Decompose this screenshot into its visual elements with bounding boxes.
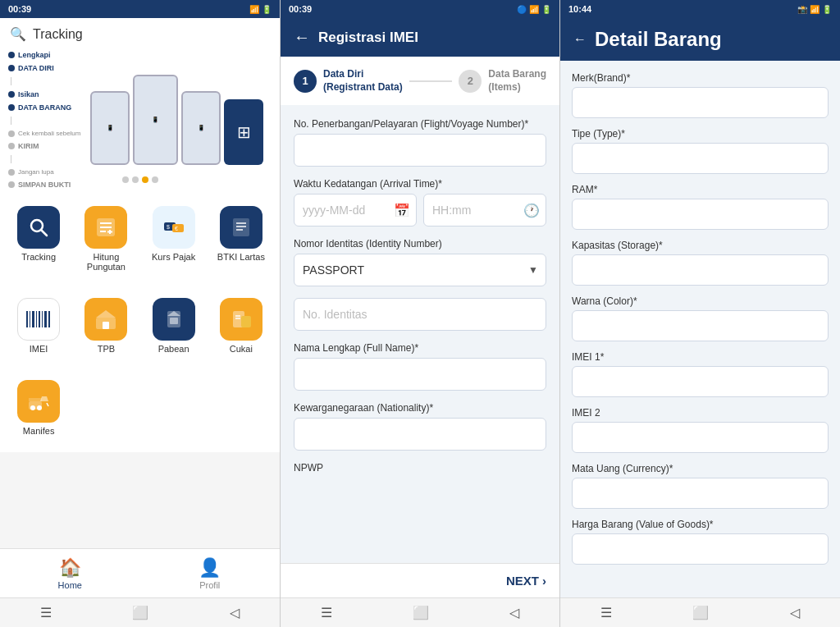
menu-btki-label: BTKI Lartas [217,252,265,262]
step-1: Lengkapi [8,51,90,59]
status-bar-3: 10:44 📸 📶 🔋 [560,0,840,18]
svg-rect-12 [233,218,249,236]
back-arrow-2[interactable]: ← [294,28,310,47]
menu-cukai[interactable]: Cukai [209,291,273,360]
brand-label: Merk(Brand)* [572,72,829,84]
sys-nav-3: ☰ ⬜ ◁ [560,597,840,627]
price-label: Harga Barang (Value of Goods)* [572,519,829,530]
menu-pabean[interactable]: Pabean [142,291,206,360]
storage-input[interactable] [572,254,829,286]
field-brand: Merk(Brand)* [572,72,829,118]
back-button[interactable]: ◁ [230,605,240,620]
back-button-2[interactable]: ◁ [509,605,519,620]
panel-detail-barang: 10:44 📸 📶 🔋 ← Detail Barang Merk(Brand)*… [559,0,840,627]
form-group-arrival: Waktu Kedatangan (Arrival Time)* 📅 🕐 [294,178,546,227]
menu-manifes-label: Manifes [23,426,55,436]
svg-rect-26 [103,322,109,329]
step-2-circle: 2 [459,70,482,93]
imei1-input[interactable] [572,366,829,397]
menu-kurs-label: Kurs Pajak [152,252,195,262]
step-1-line1: Data Diri [323,68,403,81]
identity-number-input[interactable] [294,298,546,331]
panel2-header: ← Registrasi IMEI [281,18,559,57]
manifes-icon [17,380,60,423]
home-button-3[interactable]: ⬜ [692,605,709,620]
imei2-input[interactable] [572,422,829,453]
imei1-label: IMEI 1* [572,351,829,363]
tpb-icon [84,298,127,341]
step-1-line2: (Registrant Data) [323,81,403,94]
sys-nav-1: ☰ ⬜ ◁ [0,597,280,627]
nav-profil[interactable]: 👤 Profil [140,549,281,597]
type-input[interactable] [572,143,829,174]
currency-label: Mata Uang (Currency)* [572,463,829,474]
flight-input[interactable] [294,134,546,167]
menu-tracking-label: Tracking [21,252,56,262]
price-input[interactable] [572,533,829,565]
svg-line-1 [41,230,47,236]
menu-imei-label: IMEI [30,344,48,354]
identity-label: Nomor Identitas (Identity Number) [294,238,546,249]
ram-input[interactable] [572,199,829,230]
next-row: NEXT › [281,563,559,597]
svg-rect-20 [39,311,40,327]
back-arrow-3[interactable]: ← [573,32,587,47]
svg-point-35 [30,405,35,410]
svg-rect-23 [48,311,50,327]
svg-marker-25 [96,310,116,318]
home-button[interactable]: ⬜ [132,605,148,620]
form-group-nationality: Kewarganegaraan (Nationality)* [294,402,546,451]
field-type: Tipe (Type)* [572,128,829,174]
brand-input[interactable] [572,87,829,118]
menu-kurs[interactable]: $ € Kurs Pajak [142,199,206,278]
type-label: Tipe (Type)* [572,128,829,140]
panel3-header: ← Detail Barang [560,18,840,61]
bottom-nav: 🏠 Home 👤 Profil [0,548,280,597]
npwp-label: NPWP [294,462,546,474]
menu-tpb[interactable]: TPB [74,291,138,360]
color-input[interactable] [572,310,829,341]
time-2: 00:39 [289,4,312,14]
nav-profil-label: Profil [199,580,220,590]
nationality-input[interactable] [294,418,546,451]
home-button-2[interactable]: ⬜ [413,605,429,620]
menu-imei[interactable]: IMEI [7,291,71,360]
menu-manifes[interactable]: Manifes [7,373,71,442]
form-group-identity: Nomor Identitas (Identity Number) PASSPO… [294,238,546,286]
menu-tracking[interactable]: Tracking [7,199,71,278]
menu-button-2[interactable]: ☰ [321,605,332,620]
identity-type-select[interactable]: PASSPORT KTP [294,254,546,286]
field-color: Warna (Color)* [572,295,829,341]
menu-hitung[interactable]: Hitung Pungutan [74,199,138,278]
status-icons-3: 📸 📶 🔋 [797,5,832,14]
detail-content: Merk(Brand)* Tipe (Type)* RAM* Kapasitas… [560,61,840,597]
clock-icon[interactable]: 🕐 [523,203,540,218]
time-1: 00:39 [8,4,31,14]
color-label: Warna (Color)* [572,295,829,307]
status-bar-1: 00:39 📶 🔋 [0,0,280,18]
svg-rect-16 [26,311,28,327]
svg-rect-22 [44,311,47,327]
menu-button-3[interactable]: ☰ [600,605,612,620]
fullname-input[interactable] [294,358,546,391]
menu-row-3: Manifes [0,370,280,452]
panel2-title: Registrasi IMEI [318,30,418,46]
field-ram: RAM* [572,184,829,230]
menu-button[interactable]: ☰ [40,605,52,620]
svg-rect-18 [32,311,34,327]
hitung-icon [84,206,127,249]
arrival-label: Waktu Kedatangan (Arrival Time)* [294,178,546,190]
menu-tpb-label: TPB [98,344,115,354]
banner-phones: 📱 📱 📱 ⊞ [90,75,272,165]
field-imei2: IMEI 2 [572,407,829,453]
menu-btki[interactable]: BTKI Lartas [209,199,273,278]
calendar-icon[interactable]: 📅 [394,203,410,218]
search-input[interactable] [33,27,270,42]
menu-row-1: Tracking Hitung Pungutan $ [0,190,280,288]
nav-home[interactable]: 🏠 Home [0,549,140,597]
next-button[interactable]: NEXT › [506,574,546,588]
search-bar: 🔍 [0,18,280,50]
menu-pabean-label: Pabean [158,344,189,354]
currency-input[interactable] [572,478,829,509]
back-button-3[interactable]: ◁ [790,605,800,620]
